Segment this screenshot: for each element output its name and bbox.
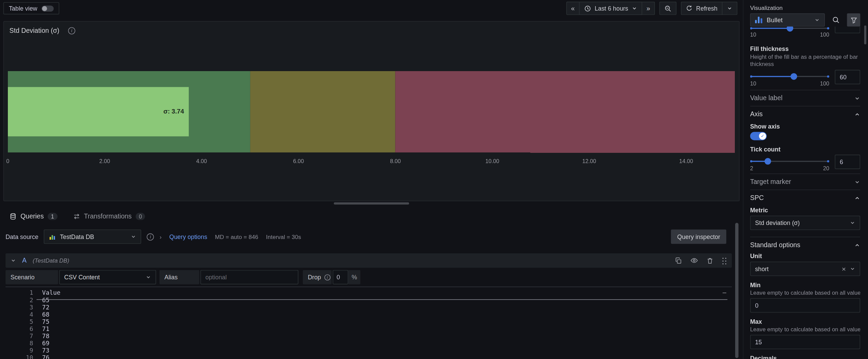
slider-max-label: 100 xyxy=(820,31,829,38)
scenario-row: Scenario CSV Content Alias Drop i % xyxy=(5,270,737,284)
query-options-link[interactable]: Query options xyxy=(169,234,207,240)
section-value-label[interactable]: Value label xyxy=(750,90,860,106)
tab-queries[interactable]: Queries 1 xyxy=(10,212,57,220)
filter-options-button[interactable] xyxy=(847,13,860,27)
sidebar-scrollbar[interactable] xyxy=(864,26,866,44)
fill-thickness-input[interactable] xyxy=(835,70,860,84)
chevron-up-icon xyxy=(854,195,860,201)
axis-tick-label: 14.00 xyxy=(679,158,693,164)
line-number: 9 xyxy=(5,347,34,354)
table-view-switch[interactable] xyxy=(42,5,54,11)
section-axis[interactable]: Axis xyxy=(750,106,860,122)
show-axis-toggle[interactable]: ✓ xyxy=(750,132,767,140)
tick-count-slider[interactable]: 220 xyxy=(750,154,829,170)
code-line[interactable]: 778 xyxy=(5,333,732,340)
tick-count-input[interactable] xyxy=(835,155,860,169)
code-line[interactable]: 869 xyxy=(5,340,732,347)
hide-query-eye-icon[interactable] xyxy=(690,257,698,265)
angle-right-icon: › xyxy=(159,234,162,240)
chevron-down-icon xyxy=(814,17,820,23)
search-options-button[interactable] xyxy=(829,13,843,27)
line-text: 68 xyxy=(42,311,49,318)
panel-resize-handle[interactable] xyxy=(334,202,409,204)
chevron-down-icon xyxy=(727,5,732,11)
time-shift-back-button[interactable]: « xyxy=(566,2,580,15)
refresh-interval-dropdown[interactable] xyxy=(722,2,737,15)
query-section-scrollbar[interactable] xyxy=(735,223,739,358)
table-view-toggle[interactable]: Table view xyxy=(3,2,59,14)
fill-thickness-description: Height of the fill bar as a percentage o… xyxy=(750,53,860,68)
slider-max-dot xyxy=(827,160,829,162)
database-icon xyxy=(10,213,17,220)
filter-icon xyxy=(850,16,857,24)
section-target-marker[interactable]: Target marker xyxy=(750,174,860,189)
scenario-select[interactable]: CSV Content xyxy=(59,270,156,284)
zoom-out-button[interactable] xyxy=(660,2,677,15)
code-line[interactable]: 575 xyxy=(5,318,732,325)
chevron-double-right-icon: » xyxy=(646,5,650,12)
panel-info-icon[interactable]: i xyxy=(68,27,75,34)
code-line[interactable]: 468 xyxy=(5,311,732,318)
slider-thumb[interactable] xyxy=(764,158,771,164)
code-line[interactable]: 372 xyxy=(5,304,732,311)
delete-query-trash-icon[interactable] xyxy=(706,257,714,264)
section-title: Standard options xyxy=(750,241,800,249)
code-line[interactable]: 671 xyxy=(5,325,732,333)
fill-thickness-label: Fill thickness xyxy=(750,45,860,52)
chevron-down-icon xyxy=(131,234,136,239)
code-line[interactable]: 1076 xyxy=(5,354,732,359)
chevron-down-icon xyxy=(631,5,637,11)
time-shift-forward-button[interactable]: » xyxy=(642,2,655,15)
unit-select[interactable]: short × xyxy=(750,262,860,276)
code-line[interactable]: 973 xyxy=(5,347,732,354)
slider-thumb[interactable] xyxy=(786,27,793,32)
drop-info-icon[interactable]: i xyxy=(324,274,331,280)
section-standard-options[interactable]: Standard options xyxy=(750,237,860,253)
editor-fold-icon[interactable]: — xyxy=(723,289,726,296)
testdata-datasource-icon xyxy=(49,233,56,240)
slider-min-label: 10 xyxy=(750,80,756,87)
query-row-header[interactable]: A (TestData DB) xyxy=(5,253,732,268)
drop-label-text: Drop xyxy=(308,274,321,280)
datasource-name: TestData DB xyxy=(60,234,127,240)
visualization-picker[interactable]: Bullet xyxy=(750,13,825,27)
interval-text: Interval = 30s xyxy=(266,234,301,240)
query-inspector-button[interactable]: Query inspector xyxy=(671,229,726,244)
cropped-option-input[interactable] xyxy=(835,27,860,33)
code-line[interactable]: 1Value xyxy=(5,289,732,296)
csv-content-editor[interactable]: 1Value26537246857567177886997310761172 — xyxy=(5,287,732,359)
line-number: 4 xyxy=(5,311,34,318)
datasource-picker[interactable]: TestData DB xyxy=(44,229,141,244)
drop-percent-input[interactable] xyxy=(333,270,348,284)
drag-handle-icon[interactable] xyxy=(722,257,727,264)
panel-preview: Std Deviation (σ) i σ: 3.74 02.004.006.0… xyxy=(3,21,740,201)
refresh-button[interactable]: Refresh xyxy=(681,2,723,15)
section-spc[interactable]: SPC xyxy=(750,190,860,205)
show-axis-label: Show axis xyxy=(750,123,860,130)
slider-thumb[interactable] xyxy=(791,73,797,80)
alias-input[interactable] xyxy=(200,270,298,284)
time-range-button[interactable]: Last 6 hours xyxy=(579,2,642,15)
max-input[interactable] xyxy=(750,335,860,349)
datasource-help-icon[interactable]: i xyxy=(147,233,154,240)
code-line[interactable]: 265 xyxy=(5,296,732,304)
fill-thickness-slider[interactable]: 10100 xyxy=(750,69,829,85)
duplicate-query-icon[interactable] xyxy=(675,257,682,264)
panel-header: Std Deviation (σ) i xyxy=(4,22,739,39)
cropped-option-slider[interactable]: 10100 xyxy=(750,27,829,38)
search-icon xyxy=(832,16,840,24)
tab-transformations[interactable]: Transformations 0 xyxy=(73,212,145,220)
metric-select[interactable]: Std deviation (σ) xyxy=(750,216,860,230)
slider-min-label: 2 xyxy=(750,165,753,171)
time-picker-group: « Last 6 hours » xyxy=(566,2,655,15)
bullet-chart: σ: 3.74 xyxy=(8,71,735,152)
max-data-points-text: MD = auto = 846 xyxy=(215,234,258,240)
line-number: 3 xyxy=(5,304,34,311)
transform-icon xyxy=(73,213,80,220)
spc-options: Metric Std deviation (σ) xyxy=(750,207,860,230)
axis-tick-label: 12.00 xyxy=(582,158,596,164)
clear-icon[interactable]: × xyxy=(842,265,846,272)
collapse-chevron-icon[interactable] xyxy=(11,258,16,263)
line-text: Value xyxy=(42,289,60,296)
min-input[interactable] xyxy=(750,298,860,313)
